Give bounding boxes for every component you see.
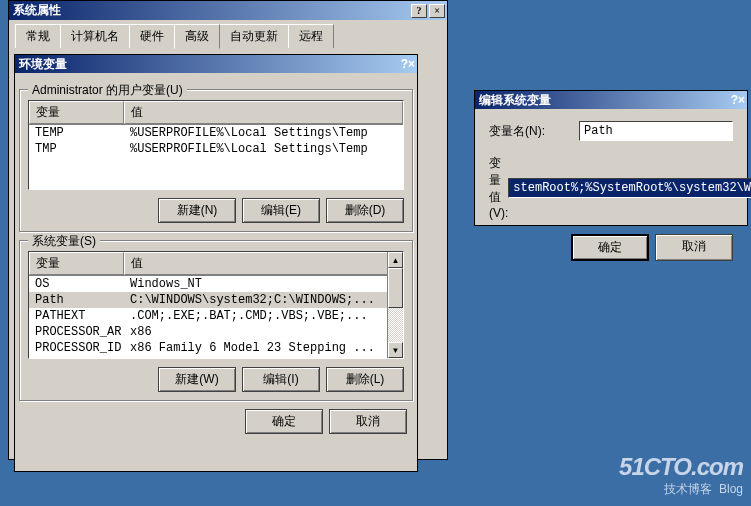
sys-vars-list[interactable]: 变量 值 OSWindows_NT PathC:\WINDOWS\system3… [28,251,404,359]
sysprops-titlebar: 系统属性 ? × [9,1,447,20]
sys-vars-legend: 系统变量(S) [28,233,100,250]
col-value[interactable]: 值 [124,252,403,275]
delete-user-var-button[interactable]: 删除(D) [326,198,404,223]
scroll-up-icon[interactable]: ▲ [388,252,403,268]
user-vars-group: Administrator 的用户变量(U) 变量 值 TEMP %USERPR… [19,89,413,232]
user-vars-list[interactable]: 变量 值 TEMP %USERPROFILE%\Local Settings\T… [28,100,404,190]
edit-titlebar: 编辑系统变量 ? × [475,91,747,109]
col-variable[interactable]: 变量 [29,101,124,124]
close-button[interactable]: × [429,4,445,18]
close-button[interactable]: × [738,93,745,107]
env-vars-dialog: 环境变量 ? × Administrator 的用户变量(U) 变量 值 TEM… [14,54,418,472]
list-header: 变量 值 [29,101,403,125]
var-value-input[interactable]: stemRoot%;%SystemRoot%\system32\WBEM [508,178,751,198]
list-item[interactable]: PathC:\WINDOWS\system32;C:\WINDOWS;... [29,292,403,308]
edit-title: 编辑系统变量 [479,92,731,109]
help-button[interactable]: ? [411,4,427,18]
env-titlebar: 环境变量 ? × [15,55,417,73]
env-title: 环境变量 [19,56,401,73]
list-header: 变量 值 [29,252,403,276]
tab-computername[interactable]: 计算机名 [60,24,130,48]
var-name-label: 变量名(N): [489,123,579,140]
edit-user-var-button[interactable]: 编辑(E) [242,198,320,223]
sysprops-tabs: 常规 计算机名 硬件 高级 自动更新 远程 [9,20,447,48]
edit-cancel-button[interactable]: 取消 [655,234,733,261]
watermark-logo: 51CTO.com [619,453,743,481]
list-item[interactable]: PROCESSOR_ID...x86 Family 6 Model 23 Ste… [29,340,403,356]
col-variable[interactable]: 变量 [29,252,124,275]
list-item[interactable]: TMP %USERPROFILE%\Local Settings\Temp [29,141,403,157]
tab-advanced[interactable]: 高级 [174,24,220,49]
delete-sys-var-button[interactable]: 删除(L) [326,367,404,392]
close-button[interactable]: × [408,57,415,71]
edit-sys-var-dialog: 编辑系统变量 ? × 变量名(N): Path 变量值(V): stemRoot… [474,90,748,226]
sys-vars-group: 系统变量(S) 变量 值 OSWindows_NT PathC:\WINDOWS… [19,240,413,401]
list-item[interactable]: PROCESSOR_LEVEL6 [29,356,403,359]
list-item[interactable]: PATHEXT.COM;.EXE;.BAT;.CMD;.VBS;.VBE;... [29,308,403,324]
edit-ok-button[interactable]: 确定 [571,234,649,261]
tab-hardware[interactable]: 硬件 [129,24,175,48]
list-item[interactable]: PROCESSOR_AR...x86 [29,324,403,340]
new-user-var-button[interactable]: 新建(N) [158,198,236,223]
list-item[interactable]: OSWindows_NT [29,276,403,292]
watermark: 51CTO.com 技术博客 Blog [619,453,743,498]
col-value[interactable]: 值 [124,101,403,124]
var-value-label: 变量值(V): [489,155,508,220]
new-sys-var-button[interactable]: 新建(W) [158,367,236,392]
help-button[interactable]: ? [731,93,738,107]
list-item[interactable]: TEMP %USERPROFILE%\Local Settings\Temp [29,125,403,141]
env-ok-button[interactable]: 确定 [245,409,323,434]
scroll-down-icon[interactable]: ▼ [388,342,403,358]
edit-sys-var-button[interactable]: 编辑(I) [242,367,320,392]
tab-general[interactable]: 常规 [15,24,61,48]
sysprops-title: 系统属性 [13,2,409,19]
env-cancel-button[interactable]: 取消 [329,409,407,434]
user-vars-legend: Administrator 的用户变量(U) [28,82,187,99]
scrollbar[interactable]: ▲ ▼ [387,252,403,358]
tab-autoupdate[interactable]: 自动更新 [219,24,289,48]
help-button[interactable]: ? [401,57,408,71]
var-name-input[interactable]: Path [579,121,733,141]
tab-remote[interactable]: 远程 [288,24,334,48]
